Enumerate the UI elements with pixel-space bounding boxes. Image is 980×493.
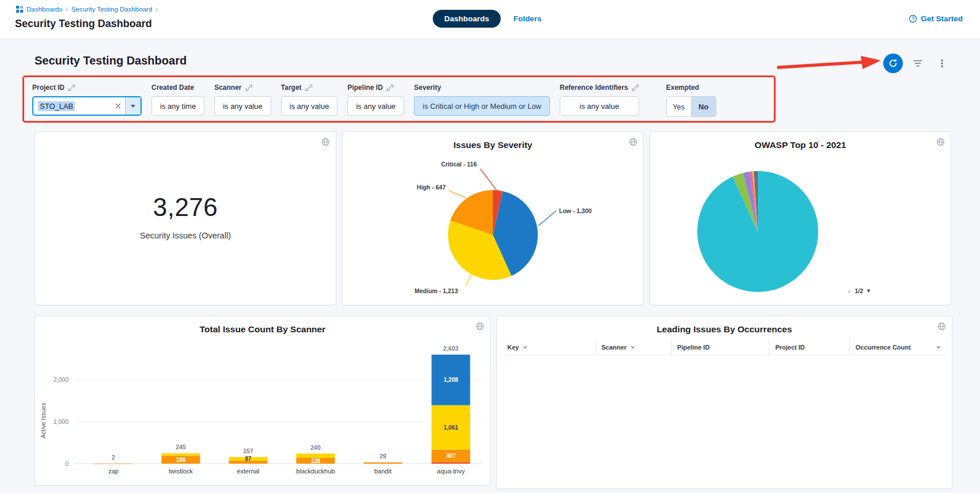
page-indicator: 1/2: [854, 287, 863, 294]
reference-identifiers-filter-button[interactable]: is any value: [560, 96, 639, 116]
column-header-scanner[interactable]: Scanner: [595, 339, 671, 355]
column-header-label: Key: [507, 344, 519, 351]
scanner-filter-button[interactable]: is any value: [214, 96, 271, 116]
column-header-occurrence-count[interactable]: Occurrence Count: [849, 339, 947, 355]
pie-leader-line: [538, 211, 556, 226]
bar-total-label: 240: [310, 444, 321, 451]
breadcrumb-separator: ›: [155, 6, 158, 13]
chevron-down-icon: [131, 105, 135, 108]
sort-chevron-icon[interactable]: [522, 344, 528, 350]
filter-scanner: Scanner is any value: [214, 83, 271, 116]
header-tabs: Dashboards Folders: [433, 10, 548, 28]
link-icon: [68, 84, 75, 92]
breadcrumb-separator: ›: [66, 6, 68, 13]
bar-segment-label: 138: [311, 458, 321, 464]
table-title: Leading Issues By Occurrences: [497, 324, 952, 335]
column-header-pipeline-id[interactable]: Pipeline ID: [671, 339, 769, 355]
page-title: Security Testing Dashboard: [15, 18, 152, 30]
bar-total-label: 29: [379, 453, 386, 460]
column-header-project-id[interactable]: Project ID: [769, 339, 849, 355]
dropdown-caret-button[interactable]: [125, 97, 140, 115]
kebab-menu-icon: [937, 58, 947, 69]
get-started-label: Get Started: [921, 14, 963, 23]
page-down-icon[interactable]: ▼: [866, 288, 871, 294]
refresh-button[interactable]: [883, 54, 903, 73]
bar-segment[interactable]: [94, 464, 133, 464]
exempted-yes-option[interactable]: Yes: [667, 97, 691, 116]
dashboard-filter-button[interactable]: [910, 55, 926, 71]
breadcrumb: Dashboards › Security Testing Dashboard …: [16, 6, 158, 13]
x-category-label: blackduckhub: [296, 468, 335, 475]
y-tick-label: 1,000: [54, 418, 69, 425]
pie-leader-line: [465, 272, 473, 286]
pie-label: Low - 1,300: [559, 207, 592, 214]
pipeline-id-filter-button[interactable]: is any value: [347, 96, 404, 116]
overall-issues-count: 3,276: [35, 193, 336, 222]
bar-segment-label: 307: [446, 453, 456, 459]
x-category-label: external: [237, 468, 259, 475]
bar-segment[interactable]: [297, 454, 335, 458]
bar-segment[interactable]: [162, 453, 200, 456]
filter-label: Project ID: [32, 84, 64, 92]
get-started-link[interactable]: ? Get Started: [909, 14, 963, 23]
page-up-icon[interactable]: ▲: [847, 288, 852, 294]
x-category-label: aqua-trivy: [437, 468, 465, 475]
column-header-label: Occurrence Count: [856, 344, 911, 351]
target-filter-button[interactable]: is any value: [281, 96, 338, 116]
filter-reference-identifiers: Reference Identifiers is any value: [560, 83, 639, 116]
tab-folders[interactable]: Folders: [508, 10, 548, 28]
filter-label: Severity: [414, 84, 441, 92]
sort-chevron-icon[interactable]: [936, 344, 941, 350]
breadcrumb-dashboards[interactable]: Dashboards: [26, 6, 62, 13]
breadcrumb-current[interactable]: Security Testing Dashboard: [71, 6, 152, 13]
help-question-icon: ?: [909, 14, 917, 23]
y-tick-label: 0: [65, 460, 69, 467]
x-category-label: bandit: [374, 468, 392, 475]
severity-pie-chart[interactable]: Critical - 116Low - 1,300Medium - 1,213H…: [343, 132, 643, 305]
severity-filter-button[interactable]: is Critical or High or Medium or Low: [414, 96, 550, 116]
bar-total-label: 245: [176, 443, 186, 450]
tile-security-issues-overall: 3,276 Security Issues (Overall): [35, 131, 336, 305]
column-header-label: Scanner: [602, 344, 626, 351]
bar-segment-label: 188: [176, 457, 186, 463]
pie-slice[interactable]: [697, 171, 818, 292]
pie-leader-line: [449, 191, 467, 198]
x-category-label: zap: [108, 468, 119, 475]
bar-segment-label: 1,208: [443, 377, 458, 383]
column-header-key[interactable]: Key: [502, 339, 595, 355]
column-header-label: Project ID: [775, 344, 804, 351]
scanner-bar-chart[interactable]: 01,0002,0002zap188245twistlock87157exter…: [35, 316, 490, 485]
tab-dashboards[interactable]: Dashboards: [433, 10, 501, 28]
y-tick-label: 2,000: [54, 376, 69, 383]
overall-issues-label: Security Issues (Overall): [35, 231, 336, 240]
pie-label: Critical - 116: [441, 161, 477, 168]
annotation-arrow: [773, 53, 888, 78]
clear-icon[interactable]: [111, 103, 125, 109]
filter-label: Reference Identifiers: [560, 84, 628, 92]
filter-label: Scanner: [214, 84, 241, 92]
dashboards-grid-icon: [16, 6, 23, 13]
link-icon: [305, 84, 313, 92]
bar-segment-label: 87: [245, 456, 252, 462]
owasp-pie-chart[interactable]: [650, 132, 951, 305]
exempted-no-option[interactable]: No: [691, 97, 716, 116]
bar-segment-label: 1,061: [443, 424, 458, 431]
top-header-bar: Dashboards › Security Testing Dashboard …: [0, 0, 980, 39]
filter-bar: Project ID STO_LAB Created Date is any t…: [32, 83, 716, 117]
tile-owasp-top10: OWASP Top 10 - 2021 ▲ 1/2 ▼: [649, 131, 951, 305]
link-icon: [245, 84, 253, 92]
link-icon: [632, 84, 639, 92]
created-date-filter-button[interactable]: is any time: [151, 96, 204, 116]
bar-segment[interactable]: [432, 462, 470, 464]
bar-total-label: 2: [112, 454, 115, 461]
filter-target: Target is any value: [281, 83, 338, 116]
project-id-select-input[interactable]: STO_LAB: [32, 96, 142, 116]
table-header-row: KeyScannerPipeline IDProject IDOccurrenc…: [502, 339, 947, 355]
bar-segment[interactable]: [364, 462, 402, 464]
explore-globe-icon[interactable]: [321, 138, 330, 149]
svg-text:?: ?: [911, 16, 914, 21]
sort-chevron-icon[interactable]: [630, 344, 636, 350]
filter-label: Target: [281, 84, 302, 92]
more-options-button[interactable]: [934, 55, 950, 71]
bar-total-label: 2,603: [443, 345, 458, 352]
